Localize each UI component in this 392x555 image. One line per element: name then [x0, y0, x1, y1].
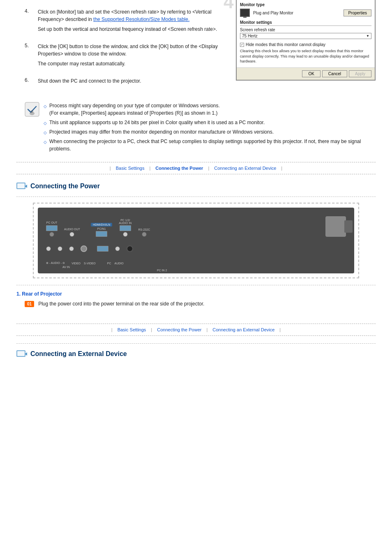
step-01-block: 01 Plug the power cord into the power te…	[16, 301, 376, 307]
ok-button[interactable]: OK	[302, 70, 320, 77]
step-01-text: Plug the power cord into the power termi…	[38, 301, 204, 307]
note-text-2: Projected images may differ from the mon…	[49, 128, 274, 136]
divider-1	[16, 197, 376, 197]
note-text-3: When connecting the projector to a PC, c…	[49, 138, 376, 153]
note-item-1: ◇ This unit appliance supports up to 24 …	[44, 119, 376, 126]
monitor-settings-title: Monitor settings	[240, 20, 371, 26]
step4-text1: Click on [Monitor] tab and set the <Scre…	[38, 8, 228, 23]
avin-label: AV IN	[62, 266, 70, 268]
pcin1-label: PCIN1	[97, 227, 106, 230]
connecting-external-title: Connecting an External Device	[30, 350, 127, 358]
note-text-1: This unit appliance supports up to 24 bi…	[49, 119, 265, 126]
step5-number: 5.	[25, 43, 31, 70]
monitor-type-label: Monitor type	[240, 2, 371, 7]
connecting-power-title: Connecting the Power	[30, 183, 100, 190]
note-checkmark-svg	[25, 102, 39, 117]
projector-bottom-row	[46, 245, 346, 252]
port-pc-out-label: PC OUT	[46, 221, 57, 224]
port-pc-out-circle	[49, 232, 54, 237]
monitor-name: Plug and Play Monitor	[253, 11, 293, 15]
step-01-badge: 01	[25, 301, 34, 307]
avin-label-wrapper: AV IN	[62, 264, 70, 269]
note-diamond-icon-1: ◇	[44, 120, 47, 126]
refresh-rate-dropdown[interactable]: 75 Hertz ▼	[240, 33, 371, 39]
nav-bar-2: | Basic Settings | Connecting the Power …	[16, 324, 376, 336]
label-audio2: AUDIO	[115, 262, 124, 265]
port-pc-out: PC OUT	[46, 221, 58, 237]
dialog-footer: OK Cancel Apply	[237, 67, 375, 80]
step6-content: Shut down the PC and connect to the proj…	[38, 77, 228, 87]
nav-basic-settings-1[interactable]: Basic Settings	[116, 166, 145, 171]
note-diamond-icon-0: ◇	[44, 103, 47, 109]
nav2-connecting-power[interactable]: Connecting the Power	[157, 327, 201, 332]
connecting-external-header: Connecting an External Device	[16, 349, 376, 358]
refresh-rate-label: Screen refresh rate	[240, 28, 371, 32]
nav-sep-1: |	[110, 166, 111, 171]
refresh-rate-value: 75 Hertz	[242, 34, 258, 38]
port-audio-out-label: AUDIO OUT	[64, 228, 80, 231]
warning-text: Clearing this check box allows you to se…	[240, 49, 371, 64]
power-cable-mock	[325, 216, 346, 237]
section-icon-svg	[16, 182, 27, 191]
nav2-sep-2: |	[151, 327, 152, 332]
port-pc12-connector	[120, 225, 131, 231]
monitor-icon	[240, 9, 250, 17]
windows-dialog: 4 Plug and Play Monitor and NVIDIA GeFor…	[236, 8, 376, 95]
note-icon	[25, 102, 39, 117]
properties-button[interactable]: Properties	[344, 9, 371, 16]
nav-connecting-external-1[interactable]: Connecting an External Device	[214, 166, 276, 171]
projector-top-row: PC OUT AUDIO OUT HDMI/DVI/LN PCIN1	[46, 216, 346, 237]
nav2-sep-1: |	[111, 327, 113, 332]
step5-content: Click the [OK] button to close the windo…	[38, 43, 228, 70]
hdmi-label-chip: HDMI/DVI/LN	[91, 223, 112, 227]
pc12-label: PC 1/2/AUDIO IN	[119, 219, 131, 224]
nav2-connecting-external[interactable]: Connecting an External Device	[212, 327, 274, 332]
cable-end	[344, 220, 353, 233]
cancel-button[interactable]: Cancel	[322, 70, 347, 77]
port-audio-in-circle	[123, 232, 128, 237]
label-video: VIDEO	[71, 262, 81, 265]
hide-modes-checkbox[interactable]: ✓	[240, 43, 244, 47]
nav-connecting-power-1[interactable]: Connecting the Power	[155, 166, 203, 171]
supported-modes-link[interactable]: the Supported Resolution/Size Modes tabl…	[93, 16, 189, 22]
note-item-0: ◇ Process might vary depending on your t…	[44, 102, 376, 117]
bot-vga-port	[97, 246, 108, 252]
bot-circle-4	[81, 245, 87, 252]
note-item-3: ◇ When connecting the projector to a PC,…	[44, 138, 376, 153]
pcin2-label-wrapper: PC IN 2	[157, 267, 167, 273]
divider-3	[16, 343, 376, 344]
nav-bar-1: | Basic Settings | Connecting the Power …	[16, 162, 376, 174]
bot-circle-3	[69, 246, 74, 251]
nav2-sep-4: |	[279, 327, 281, 332]
label-svideo: S-VIDEO	[84, 262, 96, 265]
apply-button[interactable]: Apply	[349, 70, 371, 77]
step4-section: 4. Click on [Monitor] tab and set the <S…	[16, 8, 376, 95]
bot-circle-6	[127, 245, 133, 252]
projector-diagram: PC OUT AUDIO OUT HDMI/DVI/LN PCIN1	[38, 208, 354, 273]
nav-sep-2: |	[149, 166, 150, 171]
projector-diagram-wrapper: PC OUT AUDIO OUT HDMI/DVI/LN PCIN1	[33, 203, 359, 278]
svg-rect-7	[17, 351, 25, 356]
note-text-0: Process might vary depending on your typ…	[49, 102, 220, 117]
page-container: 4. Click on [Monitor] tab and set the <S…	[0, 0, 392, 367]
port-audio-out: AUDIO OUT	[64, 228, 80, 237]
port-rs232c: RS-232C	[138, 228, 150, 237]
projector-bottom-labels: ⊕ - AUDIO - ⊖ VIDEO S-VIDEO PC AUDIO PC …	[46, 261, 346, 265]
pcin2-label: PC IN 2	[157, 269, 167, 272]
step5-block: 5. Click the [OK] button to close the wi…	[16, 43, 228, 70]
step6-number: 6.	[25, 77, 31, 87]
rear-label: 1. Rear of Projector	[16, 291, 376, 297]
note-diamond-icon-2: ◇	[44, 130, 47, 136]
bot-circle-1	[46, 246, 51, 251]
step4-number: 4.	[25, 8, 31, 35]
port-audio-out-circle	[69, 232, 74, 237]
note-list: ◇ Process might vary depending on your t…	[44, 102, 376, 155]
nav2-basic-settings[interactable]: Basic Settings	[118, 327, 146, 332]
step5-text2: The computer may restart automatically.	[38, 60, 228, 67]
nav-sep-4: |	[281, 166, 282, 171]
monitor-type-row: Plug and Play Monitor Properties	[240, 9, 371, 17]
step5-text1: Click the [OK] button to close the windo…	[38, 43, 228, 58]
rs232c-label: RS-232C	[138, 228, 150, 231]
step4-content: Click on [Monitor] tab and set the <Scre…	[38, 8, 228, 35]
dropdown-arrow-icon: ▼	[366, 34, 369, 38]
